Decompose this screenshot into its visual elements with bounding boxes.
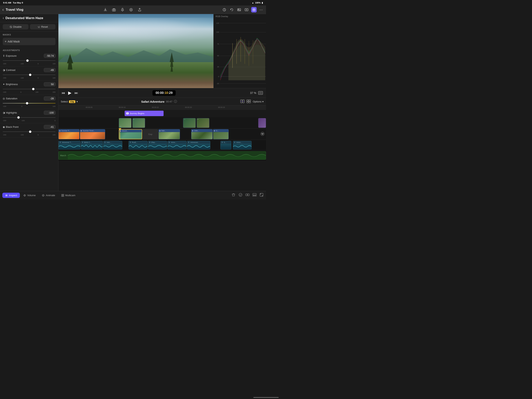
panel-back-button[interactable]: ‹ [3,16,4,20]
split-button[interactable] [245,193,250,198]
timecode-seconds: 10 [165,91,168,95]
b-roll-clip-2[interactable]: ⊢ [133,118,145,128]
camera-indicator [260,131,265,137]
status-bar: 9:41 AM Tue May 9 ▲ 100% ▮ [0,0,266,6]
audio-clip-elep[interactable]: 🎙Elep... [148,141,167,149]
title-track: A Journey Begins [58,110,266,117]
grid-label-neg20: -20 [214,83,220,84]
blackpoint-value[interactable]: -41 [44,125,56,129]
play-button[interactable]: ▶ [68,90,71,96]
clip-title: Safari Adventure [141,100,164,103]
tab-multicam-label: Multicam [65,194,75,197]
ruler-mark-20s: 00:00:20 [185,106,192,108]
pen-button[interactable] [128,7,134,13]
dropdown-icon[interactable]: ▾ [76,100,78,103]
b-roll-clip-1[interactable]: ⊣ [119,118,132,128]
svg-rect-44 [253,195,256,196]
fit-to-window-icon[interactable] [258,91,263,95]
music-clip-march[interactable]: March [58,151,266,160]
saturation-value[interactable]: -28 [44,97,56,101]
more-button[interactable]: ⋯ [259,7,264,13]
back-button[interactable]: ‹ [2,7,4,12]
audio-clip-rustl[interactable]: 🎙Rustl... [128,141,148,149]
disable-button[interactable]: Disable [3,24,28,29]
top-toolbar: ‹ Travel Vlog [0,6,266,14]
tab-inspect[interactable]: Inspect [2,193,20,198]
import-button[interactable] [244,7,249,13]
add-mask-button[interactable]: + Add Mask [3,38,56,45]
tab-multicam[interactable]: Multicam [59,193,78,198]
svg-line-11 [10,26,12,28]
svg-point-9 [253,9,254,10]
title-clip-journey-begins[interactable]: A Journey Begins [125,111,164,116]
audio-clip-voice2[interactable]: 🎙Voice... [167,141,187,149]
contrast-icon: ◑ [3,69,5,71]
highlights-value[interactable]: -100 [44,111,56,115]
video-clip-bab[interactable]: ▶Bab... [158,129,180,139]
video-clip-sunrise-2[interactable]: ▶Sunrise Timel... [80,129,105,139]
project-title: Travel Vlog [6,8,23,12]
skip-forward-button[interactable]: ⏭ [75,91,78,95]
delete-button[interactable] [231,193,236,198]
clouds-overlay [58,18,213,47]
filter-button[interactable] [251,7,257,13]
timeline-area[interactable]: 00:00:05 00:00:10 00:00:15 00:00:20 00:0… [58,106,266,191]
check-icon [238,193,243,197]
audio-clip-voice3[interactable]: 🎙Voice... [233,141,252,149]
reset-icon [38,26,40,28]
exposure-label: ⇕ Exposure [3,54,17,57]
svg-rect-19 [259,92,262,94]
blackpoint-slider[interactable] [3,130,56,134]
svg-rect-34 [62,194,63,195]
video-clip-sunrise-1[interactable]: ▶Sunrise Ti... [58,129,79,139]
b-roll-clip-3[interactable]: ⊣ [183,118,196,128]
brightness-icon: ✦ [3,83,5,86]
main-layout: ‹ Desaturated Warm Haze Disable Reset MA… [0,14,266,191]
filter-name: Desaturated Warm Haze [6,16,43,20]
clip-header-sunrise-1: ▶Sunrise Ti... [59,129,79,132]
brightness-slider[interactable] [3,87,56,91]
audio-clip-voice1[interactable]: 🎙Voic... [103,141,122,149]
video-clip-zebr[interactable]: ▶Zebr... [191,129,213,139]
video-frame[interactable] [58,14,213,88]
waveform-title: RGB Overlay [214,14,266,19]
options-button[interactable]: Options ▾ [253,100,264,103]
tab-volume[interactable]: Volume [21,193,38,198]
check-button[interactable] [238,193,243,198]
video-clip-g[interactable]: ▶G... [213,129,229,139]
video-clip-mount[interactable]: ▶Mount... [119,129,142,139]
reset-button[interactable]: Reset [30,24,56,29]
link-clips-button[interactable] [240,100,245,104]
download-button[interactable] [103,7,108,13]
brightness-value[interactable]: 50 [44,82,56,86]
camera-button[interactable] [111,7,117,13]
crop-button[interactable] [259,193,264,198]
clip-info-button[interactable]: ⓘ [174,100,177,104]
saturation-slider[interactable] [3,101,56,105]
ruler-mark-5s: 00:00:05 [86,106,93,108]
detach-audio-button[interactable] [252,193,257,198]
audio-clip-birds[interactable]: 🎙Birds C... [81,141,103,149]
audio-clip-voiceover2[interactable]: 🎙Voiceover... [187,141,210,149]
audio-clip-voiceover1[interactable]: 🎙Voiceover T... [58,141,80,149]
b-roll-clip-4[interactable]: ⊢ [197,118,209,128]
timer-button[interactable] [222,7,227,13]
exposure-value[interactable]: -50.74 [44,54,56,58]
share-button[interactable] [137,7,142,13]
grid-label-25: 25 [214,66,220,68]
b-roll-clip-5[interactable] [258,118,266,128]
mic-button[interactable] [120,7,125,13]
gap-clip[interactable]: Gap [143,129,158,139]
highlights-slider[interactable] [3,116,56,119]
grid-view-button[interactable] [247,100,251,104]
contrast-slider[interactable] [3,73,56,77]
replay-button[interactable] [229,7,234,13]
photo-button[interactable] [236,7,242,13]
skip-back-button[interactable]: ⏮ [62,91,65,95]
contrast-value[interactable]: -49 [44,68,56,72]
animate-icon [42,194,44,197]
exposure-slider[interactable] [3,59,56,63]
tab-animate[interactable]: Animate [39,193,58,198]
audio-clip-s[interactable]: 🎙S... [221,141,231,149]
replay-icon [230,8,234,12]
